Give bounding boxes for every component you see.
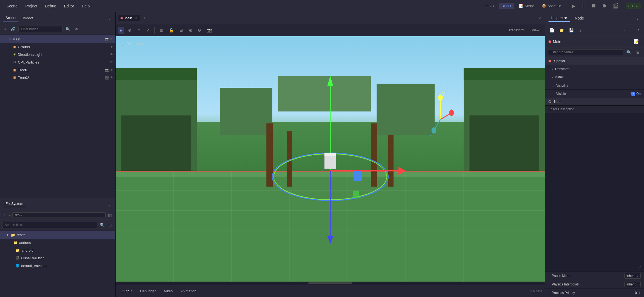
link-button[interactable]: 🔗 xyxy=(9,26,17,32)
tab-node-inspector[interactable]: Node xyxy=(572,15,587,21)
insp-refresh-icon[interactable]: ↺ xyxy=(635,27,641,34)
tool-grid[interactable]: ⊞ xyxy=(178,27,185,34)
tool-scale[interactable]: ⤢ xyxy=(144,27,152,34)
fs-item-addons[interactable]: › 📁 addons xyxy=(0,239,115,246)
tree-item-main[interactable]: ○ Main 📷 👁 xyxy=(0,35,115,43)
mode-script-button[interactable]: 📝 Script xyxy=(516,3,537,9)
menu-scene[interactable]: Scene xyxy=(3,3,21,9)
fs-item-android[interactable]: 📁 android xyxy=(0,246,115,254)
tree-item-tree02[interactable]: ▣ Tree02 📷 👁 xyxy=(0,74,115,81)
editor-desc-fullscreen-icon[interactable]: ⤢ xyxy=(638,265,642,269)
more-options-icon[interactable]: ⋮ xyxy=(106,15,113,21)
insp-save-scene-icon[interactable]: 📄 xyxy=(548,27,556,34)
tree-item-cpuparticles[interactable]: ⚙ CPUParticles 👁 xyxy=(0,58,115,66)
tool-camera[interactable]: 📷 xyxy=(205,27,214,34)
search-files-icon[interactable]: 🔍 xyxy=(99,222,106,228)
add-node-button[interactable]: + xyxy=(3,26,8,32)
mode-assetlib-button[interactable]: 📦 AssetLib xyxy=(539,3,564,9)
insp-options-icon[interactable]: ⋮ xyxy=(577,27,584,34)
search-files-input[interactable] xyxy=(2,222,97,228)
record-button[interactable]: ⏺ xyxy=(600,2,608,9)
viewport-3d[interactable]: ⋮ Perspective xyxy=(116,36,545,282)
insp-forward-arrow[interactable]: › xyxy=(628,27,633,34)
particles-eye-icon[interactable]: 👁 xyxy=(110,60,113,64)
pause-button[interactable]: ⏸ xyxy=(579,2,588,9)
menu-debug[interactable]: Debug xyxy=(42,3,59,9)
node-section-header[interactable]: Node xyxy=(545,98,644,106)
ground-eye-icon[interactable]: 👁 xyxy=(110,45,113,49)
eye-icon[interactable]: 👁 xyxy=(73,26,80,32)
insp-open-folder-icon[interactable]: 📁 xyxy=(558,27,566,34)
filter-nodes-input[interactable] xyxy=(18,26,62,32)
menu-help[interactable]: Help xyxy=(78,3,93,9)
tool-rotate[interactable]: ↻ xyxy=(135,27,143,34)
fs-item-defaultenv[interactable]: 🌐 default_env.tres xyxy=(0,262,115,270)
insp-row-transform[interactable]: › Transform xyxy=(545,65,644,73)
viewport-tab-main[interactable]: Main ✕ xyxy=(118,15,140,21)
tool-settings[interactable]: ⚙ xyxy=(196,27,203,34)
viewport-fullscreen-button[interactable]: ⤢ xyxy=(537,14,543,22)
filter-properties-input[interactable] xyxy=(548,49,623,55)
insp-back-arrow[interactable]: ‹ xyxy=(622,27,627,34)
tool-object[interactable]: ◉ xyxy=(187,27,194,34)
editor-description-textarea[interactable]: ⤢ xyxy=(545,113,644,272)
grid-overlay xyxy=(116,122,545,282)
tab-audio[interactable]: Audio xyxy=(160,288,176,294)
filter-search-icon[interactable]: 🔍 xyxy=(625,49,633,56)
insp-row-matrix[interactable]: › Matrix xyxy=(545,73,644,81)
fs-back-button[interactable]: ‹ xyxy=(2,212,6,218)
tab-inspector[interactable]: Inspector xyxy=(549,15,570,22)
tab-import[interactable]: Import xyxy=(20,15,36,21)
tool-lock[interactable]: 🔒 xyxy=(167,27,176,34)
fs-filter-icon[interactable]: ⊟ xyxy=(107,222,113,228)
fs-item-cubetree[interactable]: 🎬 CubeTree.tscn xyxy=(0,254,115,262)
viewport-scrollbar[interactable] xyxy=(116,282,545,285)
tool-move[interactable]: ⊕ xyxy=(126,27,133,34)
tree01-camera-icon[interactable]: 📷 xyxy=(105,68,109,72)
tab-close-main[interactable]: ✕ xyxy=(134,16,138,20)
inspector-more-icon[interactable]: ⋮ xyxy=(634,15,641,21)
tab-output[interactable]: Output xyxy=(118,288,136,294)
fs-forward-button[interactable]: › xyxy=(7,212,12,218)
scrollbar-thumb[interactable] xyxy=(308,282,352,284)
filter-options-icon[interactable]: ⊟ xyxy=(635,49,641,56)
filesystem-more-icon[interactable]: ⋮ xyxy=(106,201,113,207)
tree-item-tree01[interactable]: ▣ Tree01 📷 👁 xyxy=(0,66,115,74)
tab-animation[interactable]: Animation xyxy=(177,288,200,294)
transform-button[interactable]: Transform xyxy=(506,27,527,33)
insp-save-icon[interactable]: 💾 xyxy=(567,27,575,34)
tool-select[interactable]: ▸ xyxy=(118,27,124,34)
pause-mode-dropdown[interactable]: Inherit ⌄ xyxy=(624,273,641,279)
fs-layout-button[interactable]: ▦ xyxy=(107,212,113,218)
fs-item-res[interactable]: ▼ 📁 res:// xyxy=(0,231,115,239)
node-dropdown-arrow[interactable]: ⌄ xyxy=(627,40,630,44)
tab-add-button[interactable]: + xyxy=(141,16,147,21)
visible-checkbox[interactable]: ✓ xyxy=(631,92,635,96)
tree-item-ground[interactable]: ▣ Ground 👁 xyxy=(0,43,115,51)
tree02-eye-icon[interactable]: 👁 xyxy=(110,76,113,79)
node-code-icon[interactable]: 📝 xyxy=(632,38,641,45)
process-priority-stepper-icon[interactable]: ⇕ xyxy=(638,291,641,295)
tree01-eye-icon[interactable]: 👁 xyxy=(110,68,113,72)
menu-project[interactable]: Project xyxy=(22,3,41,9)
mode-3d-button[interactable]: ◈ 3D xyxy=(499,3,514,9)
view-button[interactable]: View xyxy=(529,27,542,33)
film-button[interactable]: 🎬 xyxy=(611,2,620,10)
tree-item-directionallight[interactable]: ✳ DirectionalLight 👁 xyxy=(0,51,115,58)
tab-debugger[interactable]: Debugger xyxy=(137,288,159,294)
tool-local-transform[interactable]: ▦ xyxy=(157,27,165,34)
light-eye-icon[interactable]: 👁 xyxy=(110,53,113,56)
tab-filesystem[interactable]: FileSystem xyxy=(3,200,26,207)
play-button[interactable]: ▶ xyxy=(570,2,577,10)
tree02-camera-icon[interactable]: 📷 xyxy=(105,76,109,79)
main-eye-icon[interactable]: 👁 xyxy=(110,37,113,41)
spatial-section-header[interactable]: Spatial xyxy=(545,57,644,65)
physics-interp-dropdown[interactable]: Inherit ⌄ xyxy=(624,282,641,287)
stop-button[interactable]: ⏹ xyxy=(590,2,598,9)
main-camera-icon[interactable]: 📷 xyxy=(105,37,109,41)
tab-scene[interactable]: Scene xyxy=(3,15,18,21)
search-icon[interactable]: 🔍 xyxy=(64,26,72,32)
insp-row-visibility[interactable]: ⌄ Visibility xyxy=(545,81,644,90)
menu-editor[interactable]: Editor xyxy=(61,3,78,9)
mode-2d-button[interactable]: ⊞ 2D xyxy=(482,3,498,9)
